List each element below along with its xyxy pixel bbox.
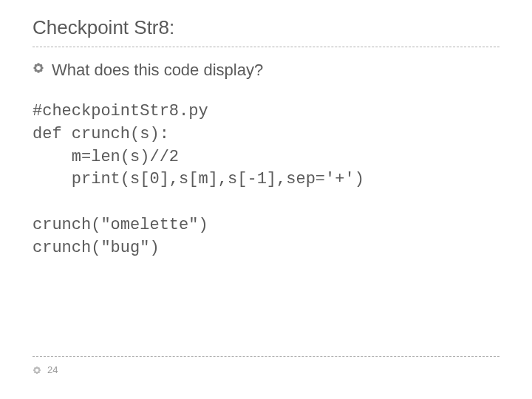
svg-point-7 — [39, 69, 42, 72]
slide-footer: 24 — [33, 356, 499, 375]
page-number: 24 — [47, 364, 58, 375]
svg-point-13 — [34, 367, 36, 369]
svg-point-4 — [35, 64, 38, 67]
svg-point-16 — [38, 370, 40, 372]
slide-title: Checkpoint Str8: — [33, 16, 499, 47]
svg-point-8 — [37, 66, 40, 69]
slide-content: Checkpoint Str8: What does this code dis… — [0, 0, 532, 260]
bullet-flower-icon — [33, 62, 44, 74]
footer-flower-icon — [33, 366, 41, 375]
svg-point-6 — [35, 69, 38, 72]
question-text: What does this code display? — [52, 61, 263, 80]
svg-point-5 — [39, 64, 42, 67]
svg-point-17 — [35, 369, 38, 371]
svg-point-15 — [34, 370, 36, 372]
code-block: #checkpointStr8.py def crunch(s): m=len(… — [33, 100, 499, 260]
svg-point-14 — [38, 367, 40, 369]
bullet-item: What does this code display? — [33, 61, 499, 80]
